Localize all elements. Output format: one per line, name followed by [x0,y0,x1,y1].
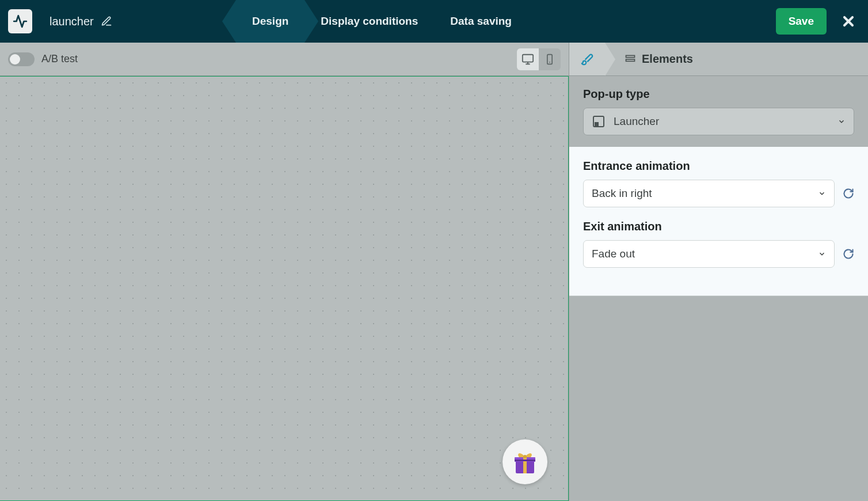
panel-tab-style[interactable] [569,43,605,75]
tab-design-label: Design [252,15,288,28]
tab-save-label: Data saving [450,15,512,28]
canvas-toolbar: A/B test [0,43,569,76]
entrance-value: Back in right [592,187,652,200]
exit-label: Exit animation [583,220,854,233]
header-actions: Save [776,8,868,35]
main-area: A/B test [0,43,868,501]
ab-test-label: A/B test [41,53,78,65]
popup-type-value: Launcher [614,115,659,128]
app-logo[interactable] [8,9,32,33]
save-button[interactable]: Save [776,8,827,35]
svg-rect-15 [595,123,598,126]
ab-test-toggle[interactable] [8,52,35,66]
panel-tabs: Elements [569,43,868,76]
panel-tab-elements[interactable]: Elements [605,43,705,75]
mobile-icon [544,54,555,65]
popup-type-label: Pop-up type [583,88,854,101]
svg-rect-2 [523,54,533,62]
animation-card: Entrance animation Back in right Exit an… [569,147,868,296]
chevron-down-icon [818,189,826,198]
device-desktop-button[interactable] [517,48,539,70]
entrance-label: Entrance animation [583,160,854,173]
tab-design[interactable]: Design [236,0,304,43]
chevron-down-icon [818,250,826,258]
exit-preview-button[interactable] [843,248,854,260]
launcher-type-icon [592,115,606,128]
tab-display-conditions[interactable]: Display conditions [304,0,434,43]
svg-point-11 [523,455,527,458]
popup-type-select[interactable]: Launcher [583,108,854,135]
exit-animation-select[interactable]: Fade out [583,240,835,268]
tab-data-saving[interactable]: Data saving [434,0,528,43]
elements-icon [625,54,636,65]
brush-icon [581,53,593,66]
close-icon [840,13,856,29]
refresh-icon [843,248,854,260]
app-header: launcher Design Display conditions Data … [0,0,868,43]
canvas-area: A/B test [0,43,569,501]
tab-display-label: Display conditions [321,15,418,28]
properties-panel: Elements Pop-up type Launcher Entrance [569,43,868,501]
panel-tab-elements-label: Elements [642,52,693,66]
panel-body: Pop-up type Launcher Entrance animation [569,76,868,296]
device-mobile-button[interactable] [539,48,561,70]
gift-icon [511,448,539,476]
device-toggle [517,48,561,70]
launcher-widget[interactable] [502,439,547,484]
entrance-preview-button[interactable] [843,188,854,199]
desktop-icon [521,53,534,66]
exit-value: Fade out [592,248,635,260]
page-title: launcher [50,15,94,28]
chevron-down-icon [837,117,846,126]
svg-rect-10 [515,460,535,461]
entrance-animation-select[interactable]: Back in right [583,180,835,207]
svg-rect-5 [547,54,552,64]
header-tabs: Design Display conditions Data saving [236,0,528,43]
design-canvas[interactable] [0,76,569,501]
close-button[interactable] [840,13,856,29]
svg-rect-13 [626,59,635,61]
svg-rect-12 [626,55,635,57]
edit-icon[interactable] [101,16,112,27]
activity-icon [13,14,28,29]
refresh-icon [843,188,854,199]
